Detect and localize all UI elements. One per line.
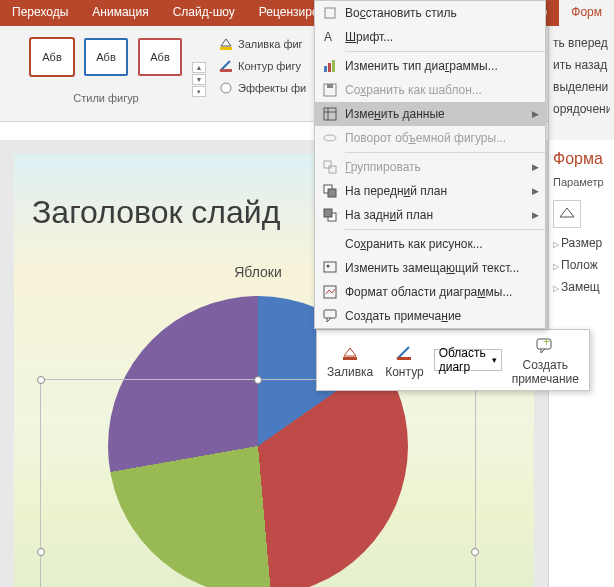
mini-toolbar: Заливка Контур Область диагр▾ + Создать … bbox=[316, 329, 590, 391]
mini-outline-button[interactable]: Контур bbox=[379, 340, 429, 381]
submenu-arrow-icon: ▶ bbox=[529, 186, 539, 196]
tab-transitions[interactable]: Переходы bbox=[0, 0, 80, 26]
mini-fill-button[interactable]: Заливка bbox=[321, 340, 379, 381]
ctx-label: Изменить замещающий текст... bbox=[345, 261, 539, 275]
ctx-bring-front[interactable]: На передний план▶ bbox=[315, 179, 545, 203]
ctx-chart-type[interactable]: Изменить тип диаграммы... bbox=[315, 54, 545, 78]
svg-rect-7 bbox=[332, 60, 335, 72]
context-menu: Восстановить стильAШрифт...Изменить тип … bbox=[314, 0, 546, 329]
ctx-send-back[interactable]: На задний план▶ bbox=[315, 203, 545, 227]
resize-handle-w[interactable] bbox=[37, 548, 45, 556]
bring-forward-partial[interactable]: ть вперед bbox=[553, 32, 610, 54]
svg-point-2 bbox=[221, 83, 231, 93]
svg-text:+: + bbox=[543, 336, 550, 349]
shape-style-2[interactable]: Абв bbox=[84, 38, 128, 76]
shape-outline-button[interactable]: Контур фигу bbox=[214, 56, 310, 76]
svg-rect-10 bbox=[324, 108, 336, 120]
tab-slideshow[interactable]: Слайд-шоу bbox=[161, 0, 247, 26]
ctx-label: Изменить данные bbox=[345, 107, 529, 121]
gallery-down[interactable]: ▼ bbox=[192, 74, 206, 85]
ctx-font[interactable]: AШрифт... bbox=[315, 25, 545, 49]
svg-rect-17 bbox=[328, 189, 336, 197]
ctx-save-picture[interactable]: Сохранить как рисунок... bbox=[315, 232, 545, 256]
ctx-label: Восстановить стиль bbox=[345, 6, 539, 20]
send-back-icon bbox=[319, 207, 341, 223]
ctx-label: Поворот объемной фигуры... bbox=[345, 131, 539, 145]
shape-outline-group: Заливка фиг Контур фигу Эффекты фи bbox=[210, 26, 314, 121]
send-backward-partial[interactable]: ить назад bbox=[553, 54, 610, 76]
shape-fill-button[interactable]: Заливка фиг bbox=[214, 34, 310, 54]
group-icon bbox=[319, 159, 341, 175]
comment-icon: + bbox=[534, 335, 556, 357]
shape-outline-label: Контур фигу bbox=[238, 60, 301, 72]
svg-rect-22 bbox=[324, 286, 336, 298]
shape-effects-label: Эффекты фи bbox=[238, 82, 306, 94]
ctx-group: Группировать▶ bbox=[315, 155, 545, 179]
chart-type-icon bbox=[319, 58, 341, 74]
shape-fill-label: Заливка фиг bbox=[238, 38, 303, 50]
gallery-up[interactable]: ▲ bbox=[192, 62, 206, 73]
svg-point-21 bbox=[327, 265, 330, 268]
svg-rect-0 bbox=[220, 47, 232, 50]
format-section-size[interactable]: ▷Размер bbox=[553, 230, 610, 252]
resize-handle-nw[interactable] bbox=[37, 376, 45, 384]
svg-rect-25 bbox=[397, 357, 411, 360]
svg-rect-1 bbox=[220, 69, 232, 72]
submenu-arrow-icon: ▶ bbox=[529, 162, 539, 172]
ctx-label: Сохранить как рисунок... bbox=[345, 237, 539, 251]
ctx-label: Сохранить как шаблон... bbox=[345, 83, 539, 97]
ctx-label: На задний план bbox=[345, 208, 529, 222]
svg-rect-5 bbox=[324, 66, 327, 72]
ctx-restore[interactable]: Восстановить стиль bbox=[315, 1, 545, 25]
ctx-label: Формат области диаграммы... bbox=[345, 285, 539, 299]
ctx-rotate-3d: Поворот объемной фигуры... bbox=[315, 126, 545, 150]
ctx-edit-data[interactable]: Изменить данные▶ bbox=[315, 102, 545, 126]
shape-style-3[interactable]: Абв bbox=[138, 38, 182, 76]
svg-rect-15 bbox=[329, 166, 336, 173]
ctx-separator bbox=[345, 51, 545, 52]
comment-icon bbox=[319, 308, 341, 324]
svg-rect-3 bbox=[325, 8, 335, 18]
mini-comment-button[interactable]: + Создать примечание bbox=[506, 333, 585, 388]
outline-icon bbox=[393, 342, 415, 364]
resize-handle-n[interactable] bbox=[254, 376, 262, 384]
effects-icon bbox=[218, 80, 234, 96]
ctx-alt-text[interactable]: Изменить замещающий текст... bbox=[315, 256, 545, 280]
ctx-label: Группировать bbox=[345, 160, 529, 174]
tab-format[interactable]: Форм bbox=[559, 0, 614, 26]
svg-text:A: A bbox=[324, 30, 332, 44]
svg-rect-9 bbox=[327, 84, 333, 88]
bring-front-icon bbox=[319, 183, 341, 199]
gallery-scroll: ▲ ▼ ▾ bbox=[192, 26, 210, 121]
ctx-label: Изменить тип диаграммы... bbox=[345, 59, 539, 73]
shape-style-1[interactable]: Абв bbox=[30, 38, 74, 76]
restore-icon bbox=[319, 5, 341, 21]
gallery-more[interactable]: ▾ bbox=[192, 86, 206, 97]
arrange-partial[interactable]: орядочени bbox=[553, 98, 610, 120]
tab-animations[interactable]: Анимация bbox=[80, 0, 160, 26]
fill-icon bbox=[218, 36, 234, 52]
shape-effects-button[interactable]: Эффекты фи bbox=[214, 78, 310, 98]
ctx-format-area[interactable]: Формат области диаграммы... bbox=[315, 280, 545, 304]
fill-icon bbox=[339, 342, 361, 364]
save-icon bbox=[319, 82, 341, 98]
ctx-label: На передний план bbox=[345, 184, 529, 198]
chart-element-combo[interactable]: Область диагр▾ bbox=[434, 349, 502, 371]
svg-rect-23 bbox=[324, 310, 336, 318]
fill-tool-icon[interactable] bbox=[553, 200, 581, 228]
chevron-down-icon: ▾ bbox=[492, 355, 497, 365]
outline-icon bbox=[218, 58, 234, 74]
group-label-shape-styles: Стили фигур bbox=[73, 86, 138, 104]
ctx-separator bbox=[345, 152, 545, 153]
svg-rect-14 bbox=[324, 161, 331, 168]
selection-pane-partial[interactable]: выделени bbox=[553, 76, 610, 98]
alt-text-icon bbox=[319, 260, 341, 276]
svg-point-13 bbox=[324, 135, 336, 141]
resize-handle-e[interactable] bbox=[471, 548, 479, 556]
format-section-alttext[interactable]: ▷Замещ bbox=[553, 274, 610, 296]
ctx-label: Создать примечание bbox=[345, 309, 539, 323]
format-section-position[interactable]: ▷Полож bbox=[553, 252, 610, 274]
edit-data-icon bbox=[319, 106, 341, 122]
ctx-comment[interactable]: Создать примечание bbox=[315, 304, 545, 328]
format-pane-subtitle: Параметр bbox=[553, 176, 610, 198]
